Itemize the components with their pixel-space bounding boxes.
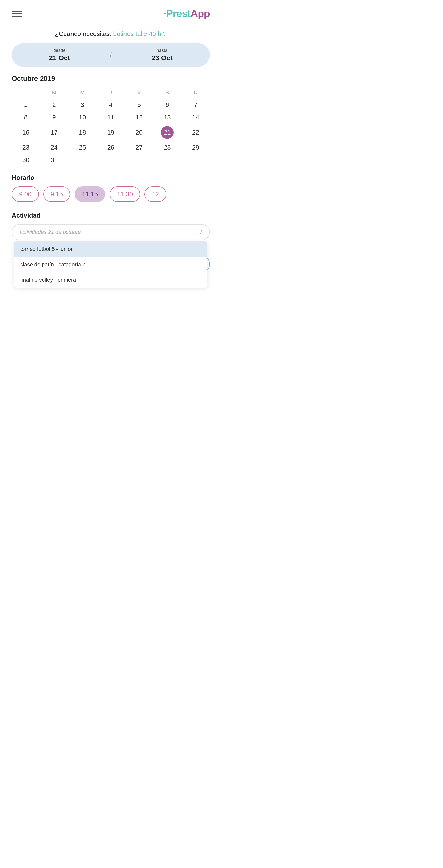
calendar-day[interactable]: 3 xyxy=(68,99,97,111)
question-prefix: ¿Cuando necesitas: xyxy=(55,30,111,37)
hamburger-line-1 xyxy=(12,10,23,11)
calendar-grid: LMMJVSD 12345678910111213141617181920212… xyxy=(12,87,210,166)
calendar-day[interactable]: 18 xyxy=(68,124,97,141)
calendar-title: Octubre 2019 xyxy=(12,75,210,83)
calendar-day[interactable]: 21 xyxy=(153,124,182,141)
activity-option[interactable]: clase de patín - categoría b xyxy=(14,257,207,272)
time-chip[interactable]: 12 xyxy=(144,186,166,202)
desde-value: 21 Oct xyxy=(12,54,107,62)
question-item: botines talle 40 h xyxy=(113,30,161,37)
calendar-row: 891011121314 xyxy=(12,111,210,124)
hasta-value: 23 Oct xyxy=(114,54,210,62)
calendar-day[interactable]: 10 xyxy=(68,111,97,124)
calendar-day[interactable]: 4 xyxy=(97,99,125,111)
calendar-day-header: V xyxy=(125,87,153,99)
calendar-day[interactable]: 25 xyxy=(68,141,97,154)
calendar-day[interactable]: 31 xyxy=(40,154,68,166)
calendar-day[interactable]: 27 xyxy=(125,141,153,154)
calendar-day[interactable]: 22 xyxy=(181,124,210,141)
header: ·PrestApp xyxy=(0,0,222,24)
hasta-label: hasta xyxy=(114,48,210,53)
hamburger-line-2 xyxy=(12,13,23,14)
calendar-day[interactable]: 26 xyxy=(97,141,125,154)
calendar-day[interactable]: 19 xyxy=(97,124,125,141)
schedule-title: Horario xyxy=(12,174,210,182)
activity-option[interactable]: final de volley - primera xyxy=(14,272,207,287)
calendar-day[interactable]: 29 xyxy=(181,141,210,154)
calendar-row: 1234567 xyxy=(12,99,210,111)
logo-app: App xyxy=(191,8,210,19)
calendar-day-header: M xyxy=(68,87,97,99)
schedule-scroll: 9.009.1511.1511.3012 xyxy=(12,186,210,204)
time-chip[interactable]: 9.00 xyxy=(12,186,39,202)
calendar-day[interactable]: 1 xyxy=(12,99,40,111)
activity-placeholder: actividades 21 de octubre xyxy=(20,229,81,236)
question-text: ¿Cuando necesitas: botines talle 40 h ? xyxy=(12,29,210,38)
calendar-day-header: J xyxy=(97,87,125,99)
calendar-day-empty xyxy=(97,154,125,166)
schedule-section: Horario 9.009.1511.1511.3012 xyxy=(12,174,210,204)
calendar-day[interactable]: 7 xyxy=(181,99,210,111)
calendar-day[interactable]: 16 xyxy=(12,124,40,141)
logo-dot: · xyxy=(164,8,166,19)
calendar-section: Octubre 2019 LMMJVSD 1234567891011121314… xyxy=(12,75,210,166)
calendar-day[interactable]: 11 xyxy=(97,111,125,124)
date-range-selector[interactable]: desde 21 Oct / hasta 23 Oct xyxy=(12,43,210,67)
calendar-day-header: M xyxy=(40,87,68,99)
activity-section: Actividad actividades 21 de octubre ⤵ to… xyxy=(12,212,210,240)
desde-label: desde xyxy=(12,48,107,53)
chevron-down-icon: ⤵ xyxy=(199,229,202,236)
calendar-day-header: S xyxy=(153,87,182,99)
calendar-day[interactable]: 8 xyxy=(12,111,40,124)
activity-dropdown-list: torneo futbol 5 - juniorclase de patín -… xyxy=(14,241,207,288)
calendar-day[interactable]: 9 xyxy=(40,111,68,124)
hamburger-menu[interactable] xyxy=(12,10,23,17)
calendar-day-header: L xyxy=(12,87,40,99)
calendar-day-empty xyxy=(68,154,97,166)
calendar-day-header: D xyxy=(181,87,210,99)
calendar-day[interactable]: 13 xyxy=(153,111,182,124)
app-logo: ·PrestApp xyxy=(164,8,210,20)
time-chip[interactable]: 9.15 xyxy=(43,186,70,202)
activity-dropdown[interactable]: actividades 21 de octubre ⤵ torneo futbo… xyxy=(12,224,210,240)
calendar-day[interactable]: 17 xyxy=(40,124,68,141)
calendar-day-empty xyxy=(125,154,153,166)
calendar-day[interactable]: 30 xyxy=(12,154,40,166)
calendar-day[interactable]: 12 xyxy=(125,111,153,124)
calendar-row: 3031 xyxy=(12,154,210,166)
calendar-day[interactable]: 2 xyxy=(40,99,68,111)
calendar-day-empty xyxy=(181,154,210,166)
calendar-day[interactable]: 24 xyxy=(40,141,68,154)
time-chip[interactable]: 11.15 xyxy=(75,186,105,202)
date-hasta[interactable]: hasta 23 Oct xyxy=(114,48,210,62)
question-suffix: ? xyxy=(163,30,167,37)
calendar-day-empty xyxy=(153,154,182,166)
activity-input[interactable]: actividades 21 de octubre ⤵ xyxy=(12,224,210,240)
calendar-row: 23242526272829 xyxy=(12,141,210,154)
date-desde[interactable]: desde 21 Oct xyxy=(12,48,107,62)
calendar-day[interactable]: 23 xyxy=(12,141,40,154)
time-chip[interactable]: 11.30 xyxy=(109,186,140,202)
calendar-day[interactable]: 6 xyxy=(153,99,182,111)
date-divider: / xyxy=(107,51,114,59)
calendar-day[interactable]: 20 xyxy=(125,124,153,141)
logo-prest: Prest xyxy=(166,8,191,19)
calendar-day[interactable]: 14 xyxy=(181,111,210,124)
calendar-day[interactable]: 28 xyxy=(153,141,182,154)
hamburger-line-3 xyxy=(12,16,23,17)
activity-title: Actividad xyxy=(12,212,210,219)
calendar-row: 16171819202122 xyxy=(12,124,210,141)
calendar-day[interactable]: 5 xyxy=(125,99,153,111)
activity-option[interactable]: torneo futbol 5 - junior xyxy=(14,242,207,257)
